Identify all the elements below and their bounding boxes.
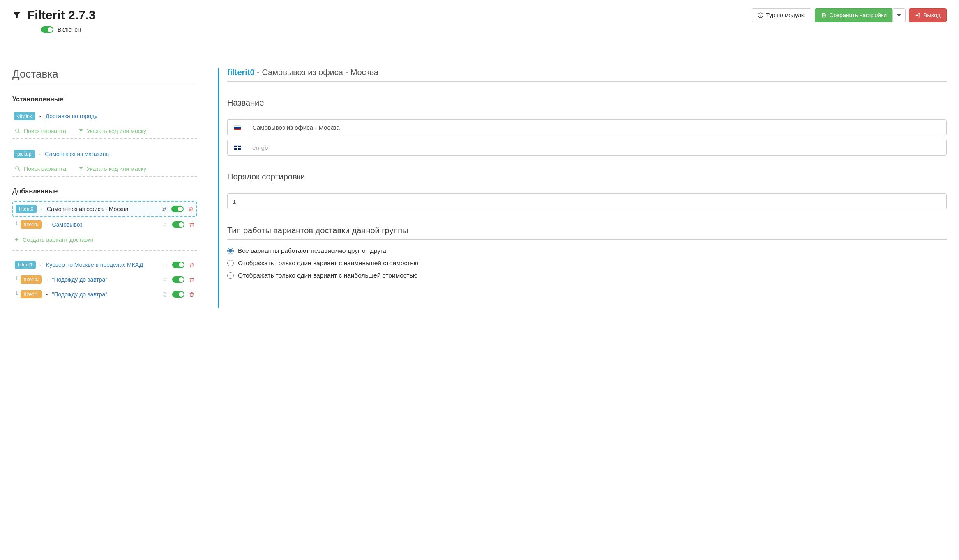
trash-icon[interactable] xyxy=(189,291,195,298)
flag-ru-addon xyxy=(227,119,247,135)
added-heading: Добавленные xyxy=(12,188,197,195)
installed-actions: Поиск вариантаУказать код или маску xyxy=(12,124,197,139)
copy-icon[interactable] xyxy=(161,206,167,212)
tree-connector-icon: └ xyxy=(15,221,18,228)
trash-icon[interactable] xyxy=(189,222,195,228)
svg-point-4 xyxy=(16,167,19,170)
search-icon xyxy=(15,166,21,172)
right-panel-title: filterit0 - Самовывоз из офиса - Москва xyxy=(227,68,947,82)
svg-point-1 xyxy=(761,16,761,16)
right-panel-code: filterit0 xyxy=(227,68,255,77)
child-code-badge: filterit0 xyxy=(21,275,41,284)
specify-mask-link[interactable]: Указать код или маску xyxy=(78,165,146,172)
shipping-code-badge: pickup xyxy=(14,150,35,158)
plus-icon: + xyxy=(15,236,18,243)
module-enabled-toggle[interactable] xyxy=(41,26,53,33)
name-heading: Название xyxy=(227,98,947,112)
exit-button[interactable]: Выход xyxy=(909,8,947,22)
funnel-icon xyxy=(78,166,83,171)
installed-actions: Поиск вариантаУказать код или маску xyxy=(12,161,197,177)
logout-icon xyxy=(915,12,921,18)
installed-heading: Установленные xyxy=(12,96,197,103)
create-variant-link[interactable]: +Создать вариант доставки xyxy=(12,232,197,251)
tour-button[interactable]: Тур по модулю xyxy=(752,8,811,22)
delivery-section-title: Доставка xyxy=(12,68,197,84)
shipping-link[interactable]: Самовывоз из магазина xyxy=(45,151,109,157)
sort-heading: Порядок сортировки xyxy=(227,172,947,186)
flag-ru-icon xyxy=(234,125,241,130)
child-label[interactable]: "Подожду до завтра" xyxy=(52,276,107,283)
trash-icon[interactable] xyxy=(189,277,195,283)
child-code-badge: filterit0 xyxy=(21,220,41,229)
svg-rect-7 xyxy=(162,207,166,210)
svg-rect-14 xyxy=(164,294,167,297)
group-code-badge: filterit1 xyxy=(15,261,36,269)
tree-connector-icon: └ xyxy=(15,276,18,283)
svg-point-2 xyxy=(16,129,19,132)
child-label[interactable]: Самовывоз xyxy=(52,221,82,228)
svg-line-5 xyxy=(18,170,20,171)
copy-icon[interactable] xyxy=(162,222,168,228)
mode-option[interactable]: Отображать только один вариант с наиболь… xyxy=(227,272,947,279)
enabled-toggle[interactable] xyxy=(172,276,184,283)
added-child-row[interactable]: └filterit0-"Подожду до завтра" xyxy=(12,272,197,287)
enabled-toggle[interactable] xyxy=(171,206,184,212)
child-label[interactable]: "Подожду до завтра" xyxy=(52,291,107,298)
module-enabled-label: Включен xyxy=(58,26,81,33)
name-input-en[interactable] xyxy=(247,140,947,156)
shipping-link[interactable]: Доставка по городу xyxy=(46,113,97,119)
child-code-badge: filterit1 xyxy=(21,290,41,298)
group-label[interactable]: Курьер по Москве в пределах МКАД xyxy=(46,262,143,268)
sort-input[interactable] xyxy=(227,193,947,209)
header: Filterit 2.7.3 Включен Тур по модулю Сох… xyxy=(12,8,947,39)
added-child-row[interactable]: └filterit0-Самовывоз xyxy=(12,217,197,232)
flag-gb-icon xyxy=(234,145,241,150)
trash-icon[interactable] xyxy=(189,262,195,268)
question-icon xyxy=(758,12,763,18)
svg-rect-8 xyxy=(164,224,167,227)
svg-line-3 xyxy=(18,132,20,133)
svg-rect-12 xyxy=(164,279,167,282)
group-label: Самовывоз из офиса - Москва xyxy=(47,206,128,212)
added-group-row[interactable]: filterit0-Самовывоз из офиса - Москва xyxy=(12,201,197,217)
enabled-toggle[interactable] xyxy=(172,262,184,268)
mode-heading: Тип работы вариантов доставки данной гру… xyxy=(227,226,947,240)
search-variant-link[interactable]: Поиск варианта xyxy=(15,165,66,172)
svg-rect-15 xyxy=(163,292,166,296)
flag-gb-addon xyxy=(227,140,247,156)
svg-rect-6 xyxy=(163,208,166,211)
specify-mask-link[interactable]: Указать код или маску xyxy=(78,128,146,134)
added-child-row[interactable]: └filterit1-"Подожду до завтра" xyxy=(12,287,197,302)
trash-icon[interactable] xyxy=(188,206,194,212)
installed-row: pickup-Самовывоз из магазина xyxy=(12,147,197,161)
save-caret-button[interactable] xyxy=(892,8,906,22)
copy-icon[interactable] xyxy=(162,277,168,283)
search-variant-link[interactable]: Поиск варианта xyxy=(15,128,66,134)
chevron-down-icon xyxy=(897,14,901,16)
copy-icon[interactable] xyxy=(162,262,168,268)
save-button[interactable]: Сохранить настройки xyxy=(815,8,893,22)
tree-connector-icon: └ xyxy=(15,291,18,298)
funnel-icon xyxy=(78,129,83,133)
svg-rect-9 xyxy=(163,223,166,226)
copy-icon[interactable] xyxy=(162,291,168,298)
page-title: Filterit 2.7.3 xyxy=(27,8,96,22)
added-group-row[interactable]: filterit1-Курьер по Москве в пределах МК… xyxy=(12,257,197,272)
enabled-toggle[interactable] xyxy=(172,291,184,298)
search-icon xyxy=(15,128,21,134)
mode-radio[interactable] xyxy=(227,260,234,266)
svg-rect-10 xyxy=(164,264,167,267)
funnel-icon xyxy=(12,11,21,20)
svg-rect-11 xyxy=(163,263,166,266)
svg-rect-13 xyxy=(163,278,166,281)
enabled-toggle[interactable] xyxy=(172,221,184,228)
mode-option[interactable]: Все варианты работают независимо друг от… xyxy=(227,247,947,255)
name-input-ru[interactable] xyxy=(247,119,947,135)
installed-row: citylink-Доставка по городу xyxy=(12,109,197,124)
mode-option[interactable]: Отображать только один вариант с наимень… xyxy=(227,259,947,267)
shipping-code-badge: citylink xyxy=(14,112,35,120)
mode-radio[interactable] xyxy=(227,272,234,279)
save-icon xyxy=(821,12,827,18)
mode-radio[interactable] xyxy=(227,248,234,254)
group-code-badge: filterit0 xyxy=(16,205,37,213)
